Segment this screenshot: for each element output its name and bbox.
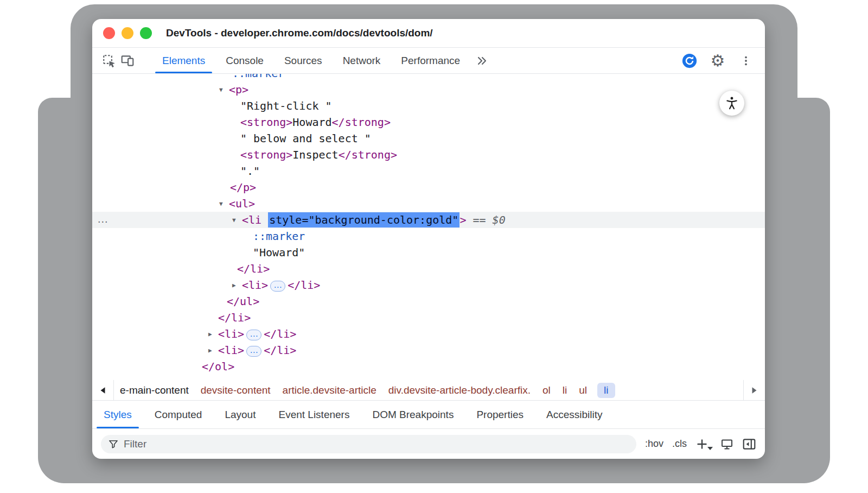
code-token: <strong>	[240, 116, 292, 129]
more-menu-button[interactable]	[737, 52, 755, 70]
expand-arrow-icon[interactable]: ▶	[208, 343, 218, 359]
collapsed-content-button[interactable]: …	[270, 281, 285, 292]
collapse-arrow-icon[interactable]: ▼	[219, 82, 229, 98]
rendering-button[interactable]	[720, 438, 733, 451]
code-token: </ol>	[202, 360, 234, 373]
kebab-menu-icon	[740, 55, 752, 67]
filter-input[interactable]	[124, 438, 629, 450]
toolbar-right-group: ⚙	[680, 52, 757, 70]
breadcrumb-scroll-right-button[interactable]	[743, 380, 765, 400]
dom-node[interactable]: </ol>	[92, 358, 765, 375]
dom-node[interactable]: "."	[92, 163, 765, 179]
device-toolbar-button[interactable]	[118, 52, 137, 70]
filter-field[interactable]	[101, 435, 636, 453]
close-button[interactable]	[103, 27, 115, 39]
code-token: </p>	[230, 181, 256, 194]
dom-node[interactable]: "Howard"	[92, 244, 765, 261]
dom-node[interactable]: ▶<li>…</li>	[92, 342, 765, 358]
toggle-element-state-button[interactable]: :hov	[645, 438, 663, 450]
expand-arrow-icon[interactable]: ▶	[208, 326, 218, 343]
tab-accessibility[interactable]: Accessibility	[535, 401, 614, 428]
code-token: <p>	[229, 83, 248, 96]
main-tabs: ElementsConsoleSourcesNetworkPerformance	[152, 48, 470, 73]
dom-node[interactable]: "Right-click "	[92, 98, 765, 114]
inspect-icon	[102, 54, 116, 68]
plus-icon	[695, 438, 709, 451]
code-token: "Right-click "	[240, 99, 332, 112]
dom-node-selected[interactable]: ...▼<li style="background-color:gold"> =…	[92, 212, 765, 228]
tab-properties[interactable]: Properties	[465, 401, 535, 428]
tab-elements[interactable]: Elements	[152, 48, 215, 73]
tab-computed[interactable]: Computed	[143, 401, 214, 428]
devtools-toolbar: ElementsConsoleSourcesNetworkPerformance…	[92, 48, 765, 74]
tab-styles[interactable]: Styles	[92, 401, 143, 428]
new-style-rule-button[interactable]	[695, 438, 709, 451]
dom-node[interactable]: </li>	[92, 261, 765, 277]
collapsed-content-button[interactable]: …	[246, 330, 261, 340]
sidebar-toggle-icon	[742, 437, 756, 451]
tab-layout[interactable]: Layout	[213, 401, 267, 428]
refresh-icon	[681, 53, 698, 69]
breadcrumb-item[interactable]: ol	[537, 384, 557, 396]
inspect-element-button[interactable]	[100, 52, 118, 70]
dom-node[interactable]: </p>	[92, 179, 765, 195]
code-token: </li>	[288, 279, 320, 292]
breadcrumb-bar: e-main-contentdevsite-contentarticle.dev…	[92, 380, 765, 401]
code-token: <ul>	[229, 197, 255, 210]
element-classes-button[interactable]: .cls	[672, 438, 687, 450]
tab-dom-breakpoints[interactable]: DOM Breakpoints	[361, 401, 465, 428]
refresh-button[interactable]	[680, 52, 699, 70]
breadcrumb-item[interactable]: div.devsite-article-body.clearfix.	[382, 384, 537, 396]
dom-node[interactable]: " below and select "	[92, 130, 765, 147]
code-token: <li	[242, 213, 268, 226]
collapse-arrow-icon[interactable]: ▼	[219, 196, 229, 212]
dom-node[interactable]: ▶<li>…</li>	[92, 326, 765, 342]
code-token: Howard	[292, 116, 331, 129]
breadcrumb-item[interactable]: article.devsite-article	[277, 384, 382, 396]
window-title: DevTools - developer.chrome.com/docs/dev…	[166, 27, 433, 39]
caret-down-icon	[707, 447, 713, 450]
breadcrumb-scroll-left-button[interactable]	[92, 380, 114, 400]
breadcrumb-item[interactable]: e-main-content	[114, 384, 195, 396]
device-toolbar-icon	[120, 54, 135, 68]
breadcrumb-item[interactable]: li	[557, 384, 573, 396]
settings-button[interactable]: ⚙	[709, 52, 727, 70]
accessibility-button[interactable]	[719, 91, 744, 116]
dom-node[interactable]: ::marker	[92, 228, 765, 244]
breadcrumbs: e-main-contentdevsite-contentarticle.dev…	[114, 383, 743, 398]
code-token: </li>	[218, 311, 251, 324]
code-token: Inspect	[292, 148, 338, 161]
code-token: </strong>	[332, 116, 391, 129]
code-token: <li>	[218, 344, 244, 357]
panel-tabs: StylesComputedLayoutEvent ListenersDOM B…	[92, 401, 765, 429]
gear-icon: ⚙	[711, 53, 725, 69]
dom-node[interactable]: ::marker	[92, 74, 765, 81]
triangle-left-icon	[100, 387, 106, 394]
breadcrumb-item[interactable]: li	[597, 383, 615, 398]
tab-network[interactable]: Network	[333, 48, 391, 73]
code-token: "Howard"	[253, 246, 305, 259]
dom-node[interactable]: <strong>Howard</strong>	[92, 114, 765, 130]
dom-node[interactable]: </ul>	[92, 293, 765, 309]
collapse-arrow-icon[interactable]: ▼	[232, 212, 242, 229]
dom-node[interactable]: <strong>Inspect</strong>	[92, 147, 765, 163]
code-token: ::marker	[253, 230, 305, 243]
dom-node[interactable]: ▼<ul>	[92, 195, 765, 212]
dom-node[interactable]: ▶<li>…</li>	[92, 277, 765, 293]
breadcrumb-item[interactable]: devsite-content	[195, 384, 277, 396]
dom-node[interactable]: </li>	[92, 309, 765, 326]
tab-event-listeners[interactable]: Event Listeners	[267, 401, 361, 428]
tab-console[interactable]: Console	[215, 48, 274, 73]
toggle-sidebar-button[interactable]	[742, 437, 756, 451]
tab-performance[interactable]: Performance	[391, 48, 470, 73]
expand-arrow-icon[interactable]: ▶	[232, 277, 242, 294]
breadcrumb-item[interactable]: ul	[573, 384, 593, 396]
node-overflow-dots[interactable]: ...	[98, 211, 108, 227]
minimize-button[interactable]	[122, 27, 133, 39]
code-token: </ul>	[227, 295, 259, 308]
tab-sources[interactable]: Sources	[274, 48, 333, 73]
more-tabs-button[interactable]	[473, 52, 491, 70]
collapsed-content-button[interactable]: …	[246, 346, 261, 357]
dom-node[interactable]: ▼<p>	[92, 81, 765, 98]
zoom-button[interactable]	[140, 27, 152, 39]
